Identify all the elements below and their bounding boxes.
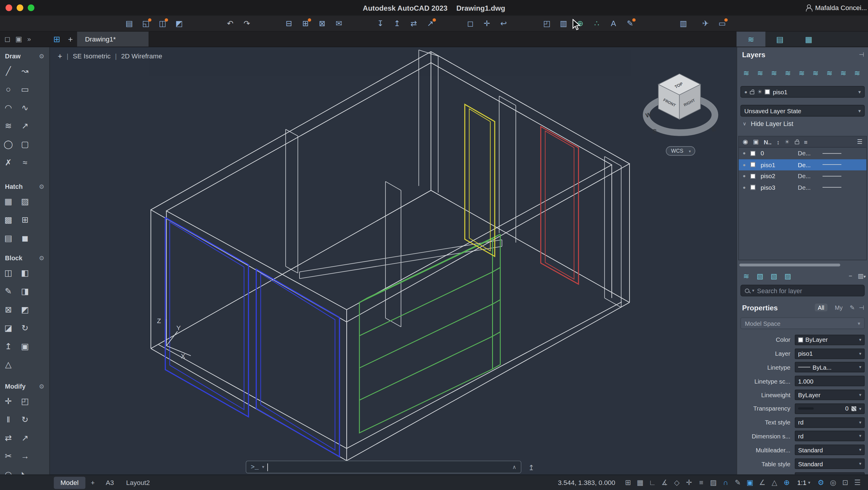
freeze-column-icon[interactable]: ☀: [784, 139, 789, 145]
annotation-monitor-icon[interactable]: ✎: [732, 477, 744, 488]
move-icon[interactable]: ✛: [0, 392, 17, 410]
layer-status-icon[interactable]: ●: [743, 173, 746, 179]
stretch-icon[interactable]: ⇄: [0, 428, 17, 447]
polar-tracking-icon[interactable]: ∡: [658, 477, 671, 488]
trim-icon[interactable]: ✂: [0, 447, 17, 465]
sheet-set-manager-icon[interactable]: ∴: [588, 17, 605, 30]
plot-icon[interactable]: ⊟: [281, 17, 297, 30]
solid-fill-icon[interactable]: ◼: [17, 229, 33, 247]
export-block-icon[interactable]: ↥: [0, 337, 17, 355]
layer-color-swatch[interactable]: [751, 151, 756, 156]
block-editor-icon[interactable]: ✎: [0, 282, 17, 300]
layer-lock-icon[interactable]: ≋: [781, 67, 795, 78]
copy-to-clipboard-icon[interactable]: ◰: [538, 17, 555, 30]
export-icon[interactable]: ↥: [389, 17, 405, 30]
view-control[interactable]: SE Isometric: [73, 52, 111, 60]
lineweight-display-icon[interactable]: ≡: [695, 477, 707, 488]
yellow-door-object[interactable]: [465, 104, 495, 256]
visual-style-control[interactable]: 2D Wireframe: [121, 52, 162, 60]
circle-icon[interactable]: ○: [0, 80, 17, 98]
gear-icon[interactable]: ⚙: [39, 254, 44, 261]
layer-field[interactable]: piso1 ▾: [795, 348, 865, 359]
insert-block-icon[interactable]: ◫: [0, 263, 17, 282]
sort-icon[interactable]: ↕: [776, 138, 779, 145]
columns-icon[interactable]: ▥▾: [858, 272, 866, 279]
fillet-icon[interactable]: ◠: [0, 465, 17, 474]
new-layout-button[interactable]: +: [86, 477, 99, 489]
tab-detail-views[interactable]: ▦: [794, 32, 823, 47]
lineweight-field[interactable]: ByLayer ▾: [795, 390, 865, 400]
command-line[interactable]: >_ ▾ ∧: [246, 461, 521, 473]
rectangle-icon[interactable]: ▭: [17, 80, 33, 98]
palette-properties-icon[interactable]: ▣: [16, 35, 22, 43]
layer-state-dropdown[interactable]: Unsaved Layer State ▾: [740, 105, 864, 116]
transparency-field[interactable]: 0 ▾: [795, 403, 865, 414]
layer-status-icon[interactable]: ●: [743, 185, 746, 190]
ray-icon[interactable]: ↗: [17, 116, 33, 135]
construction-line-icon[interactable]: ≋: [0, 116, 17, 135]
name-column-header[interactable]: N..: [764, 138, 771, 145]
tab-overview-icon[interactable]: ⊞: [50, 32, 63, 47]
line-icon[interactable]: ╱: [0, 62, 17, 80]
measure-icon[interactable]: ⊕: [572, 17, 588, 30]
palette-auto-hide-icon[interactable]: ◻: [4, 35, 10, 43]
group-filter-icon[interactable]: ▧: [767, 270, 781, 281]
filter-all-button[interactable]: All: [814, 304, 828, 311]
save-as-icon[interactable]: ◩: [171, 17, 188, 30]
layer-isolate-icon[interactable]: ≋: [809, 67, 823, 78]
define-attribute-icon[interactable]: ⊠: [0, 300, 17, 319]
eye-icon[interactable]: ◉: [743, 138, 748, 145]
chamfer-icon[interactable]: ◣: [17, 465, 33, 474]
create-block-icon[interactable]: ◧: [17, 263, 33, 282]
partial-field[interactable]: [795, 472, 865, 474]
import-icon[interactable]: ↧: [372, 17, 389, 30]
color-field[interactable]: ByLayer ▾: [795, 335, 865, 345]
hatch-dots-icon[interactable]: ▨: [17, 192, 33, 210]
edit-attribute-icon[interactable]: ◩: [17, 300, 33, 319]
drawing-tab[interactable]: Drawing1*: [77, 32, 149, 47]
rotate-icon[interactable]: ↻: [17, 410, 33, 429]
share-drawing-icon[interactable]: ↗: [422, 17, 439, 30]
spline-icon[interactable]: ∿: [17, 98, 33, 116]
gear-icon[interactable]: ⚙: [39, 53, 44, 60]
drawing-canvas[interactable]: Z Y X W S E TOP FRONT RIGHT: [50, 47, 737, 474]
layer-row-piso1[interactable]: ● piso1 De...: [739, 159, 867, 170]
paste-icon[interactable]: ▥: [555, 17, 572, 30]
new-layer-icon[interactable]: ≋: [739, 67, 753, 78]
zoom-window-button[interactable]: [28, 4, 34, 11]
desktop-connect-icon[interactable]: ▭: [714, 17, 731, 30]
layer-thaw-all-icon[interactable]: ≋: [767, 67, 781, 78]
list-menu-icon[interactable]: ☰: [857, 138, 862, 145]
layer-states-icon[interactable]: ≋: [739, 270, 753, 281]
layer-search-input[interactable]: [757, 287, 860, 294]
layer-list-scrollbar[interactable]: [739, 263, 840, 266]
close-window-button[interactable]: [6, 4, 12, 11]
grid-display-icon[interactable]: ⊞: [622, 477, 634, 488]
hatch-pattern-icon[interactable]: ▦: [0, 192, 17, 210]
copy-icon[interactable]: ◰: [17, 392, 33, 410]
field-icon[interactable]: A: [605, 17, 622, 30]
viewport-menu-control[interactable]: +: [58, 52, 62, 60]
viewcube[interactable]: W S E TOP FRONT RIGHT: [645, 74, 716, 135]
ortho-mode-icon[interactable]: ∟: [646, 477, 658, 488]
lineweight-column-icon[interactable]: ≡: [804, 138, 808, 145]
layer-delete-icon[interactable]: ≋: [850, 67, 864, 78]
isolate-objects-icon[interactable]: ⊡: [839, 477, 851, 488]
object-snap-tracking-icon[interactable]: ✛: [683, 477, 695, 488]
layout-tab-layout2[interactable]: Layout2: [121, 477, 155, 489]
polyline-icon[interactable]: ↝: [17, 62, 33, 80]
hatch-lines-icon[interactable]: ▩: [0, 210, 17, 229]
current-layer-dropdown[interactable]: ● ☀ piso1 ▾: [740, 86, 864, 97]
status-column-icon[interactable]: ▣: [753, 138, 759, 145]
hatch-gradient-icon[interactable]: ▤: [0, 229, 17, 247]
layer-merge-icon[interactable]: ≋: [836, 67, 850, 78]
user-account[interactable]: Mafalda Concei...: [801, 2, 868, 13]
command-share-icon[interactable]: ↥: [526, 462, 537, 473]
layer-status-icon[interactable]: ●: [743, 151, 746, 156]
coordinates-display[interactable]: 3.544, 1.383, 0.000: [558, 479, 621, 486]
wcs-dropdown[interactable]: WCS ▾: [666, 146, 695, 155]
lock-column-icon[interactable]: [795, 141, 799, 144]
hardware-acceleration-icon[interactable]: ◎: [827, 477, 839, 488]
tab-layers[interactable]: ≋: [737, 32, 765, 47]
ellipse-icon[interactable]: ◯: [0, 135, 17, 153]
